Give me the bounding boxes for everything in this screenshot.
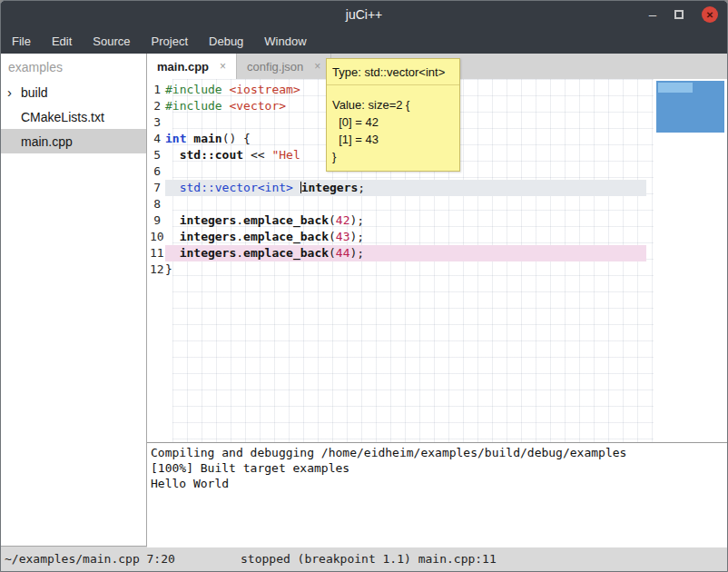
overlay-window <box>656 81 724 133</box>
code-token: std::cout <box>180 148 243 162</box>
project-name: examples <box>1 54 146 80</box>
line-number[interactable]: 8 <box>147 196 165 212</box>
sidebar: examples ›buildCMakeLists.txtmain.cpp <box>1 54 147 546</box>
file-tree: ›buildCMakeLists.txtmain.cpp <box>1 80 146 153</box>
line-number[interactable]: 6 <box>147 163 165 180</box>
menu-file[interactable]: File <box>12 35 31 48</box>
overlay-window-titlebar <box>658 83 693 93</box>
code-text[interactable]: std::vector<int> integers; <box>165 180 646 196</box>
code-token: . <box>236 246 243 260</box>
minimize-icon[interactable]: – <box>649 10 656 19</box>
code-token: } <box>165 262 172 276</box>
tree-item-main-cpp[interactable]: main.cpp <box>1 129 146 153</box>
line-number[interactable]: 4 <box>147 131 165 147</box>
code-token: "Hel <box>271 148 300 162</box>
code-token <box>293 181 300 194</box>
line-number[interactable]: 3 <box>147 114 165 131</box>
code-token: 44 <box>336 246 350 260</box>
line-number[interactable]: 7 <box>147 180 165 196</box>
app-window: juCi++ – ✕ FileEditSourceProjectDebugWin… <box>0 0 728 572</box>
code-token: . <box>236 230 243 243</box>
tooltip-type-line: Type: std::vector<int> <box>327 59 459 85</box>
chevron-right-icon[interactable]: › <box>7 86 21 99</box>
debug-tooltip: Type: std::vector<int> Value: size=2 { [… <box>326 58 460 172</box>
line-number[interactable]: 10 <box>147 229 165 245</box>
line-number[interactable]: 2 <box>147 98 165 114</box>
code-token: int <box>165 132 186 145</box>
tab-config-json[interactable]: config.json× <box>237 54 331 79</box>
output-panel[interactable]: Compiling and debugging /home/eidheim/ex… <box>147 442 727 547</box>
close-icon[interactable]: ✕ <box>702 6 718 23</box>
tree-item-label: CMakeLists.txt <box>21 110 104 124</box>
code-text[interactable]: } <box>165 261 646 278</box>
code-token: 43 <box>336 230 350 243</box>
code-token: ); <box>350 246 365 260</box>
tree-item-label: build <box>21 85 48 100</box>
code-line-11: 11 integers.emplace_back(44); <box>147 245 727 261</box>
tree-item-label: main.cpp <box>21 134 73 149</box>
line-number[interactable]: 1 <box>147 82 165 98</box>
code-token: <iostream> <box>229 83 300 96</box>
code-token: <vector> <box>229 99 286 113</box>
code-token: ); <box>350 230 365 243</box>
code-text[interactable] <box>165 196 646 212</box>
code-line-10: 10 integers.emplace_back(43); <box>147 229 727 245</box>
status-file-position: ~/examples/main.cpp 7:20 <box>1 552 241 566</box>
code-token: 42 <box>336 213 350 227</box>
code-line-8: 8 <box>147 196 727 212</box>
tree-item-cmakelists-txt[interactable]: CMakeLists.txt <box>1 104 146 129</box>
tooltip-value-line: Value: size=2 { <box>332 96 454 113</box>
code-token: () { <box>222 132 251 145</box>
maximize-icon[interactable] <box>674 10 684 19</box>
output-line: [100%] Built target examples <box>151 460 723 476</box>
tab-label: config.json <box>247 60 303 74</box>
code-token: #include <box>165 83 222 96</box>
line-number[interactable]: 11 <box>147 245 165 261</box>
menubar: FileEditSourceProjectDebugWindow <box>1 28 727 54</box>
code-token: std::vector<int> <box>180 181 293 194</box>
code-token <box>165 148 180 162</box>
tab-label: main.cpp <box>157 60 209 74</box>
menu-edit[interactable]: Edit <box>52 35 72 48</box>
tooltip-value-line: } <box>332 148 454 165</box>
code-token: ( <box>329 213 336 227</box>
code-text[interactable]: integers.emplace_back(42); <box>165 212 646 229</box>
line-number[interactable]: 12 <box>147 261 165 278</box>
output-line: Compiling and debugging /home/eidheim/ex… <box>151 445 723 460</box>
code-token: ( <box>329 246 336 260</box>
tab-close-icon[interactable]: × <box>314 60 320 73</box>
menu-project[interactable]: Project <box>152 35 188 48</box>
code-token: ; <box>358 181 365 194</box>
line-number[interactable]: 5 <box>147 147 165 163</box>
tooltip-value-line: [0] = 42 <box>332 113 454 131</box>
code-token <box>165 246 180 260</box>
code-token: integers <box>180 246 237 260</box>
code-token <box>165 181 180 194</box>
tab-close-icon[interactable]: × <box>220 60 226 73</box>
code-line-9: 9 integers.emplace_back(42); <box>147 212 727 229</box>
code-text[interactable]: integers.emplace_back(44); <box>165 245 646 261</box>
code-token: ); <box>350 213 365 227</box>
output-line: Hello World <box>151 476 723 491</box>
menu-window[interactable]: Window <box>264 35 306 48</box>
code-text[interactable]: integers.emplace_back(43); <box>165 229 646 245</box>
tree-item-build[interactable]: ›build <box>1 80 146 104</box>
tab-main-cpp[interactable]: main.cpp× <box>147 54 237 79</box>
line-number[interactable]: 9 <box>147 212 165 229</box>
code-token: #include <box>165 99 222 113</box>
code-token: integers <box>180 213 237 227</box>
code-token: integers <box>180 230 237 243</box>
code-token <box>165 230 180 243</box>
code-token: emplace_back <box>243 246 329 260</box>
code-token: ( <box>329 230 336 243</box>
tooltip-value: Value: size=2 { [0] = 42 [1] = 43} <box>327 85 459 171</box>
code-token: << <box>243 148 271 162</box>
menu-debug[interactable]: Debug <box>209 35 243 48</box>
status-debug-state: stopped (breakpoint 1.1) main.cpp:11 <box>241 552 497 566</box>
menu-source[interactable]: Source <box>93 35 130 48</box>
titlebar[interactable]: juCi++ – ✕ <box>1 1 727 28</box>
code-token: main <box>193 132 221 145</box>
code-line-12: 12} <box>147 261 727 278</box>
code-line-7: 7 std::vector<int> integers; <box>147 180 727 196</box>
code-token <box>165 213 180 227</box>
